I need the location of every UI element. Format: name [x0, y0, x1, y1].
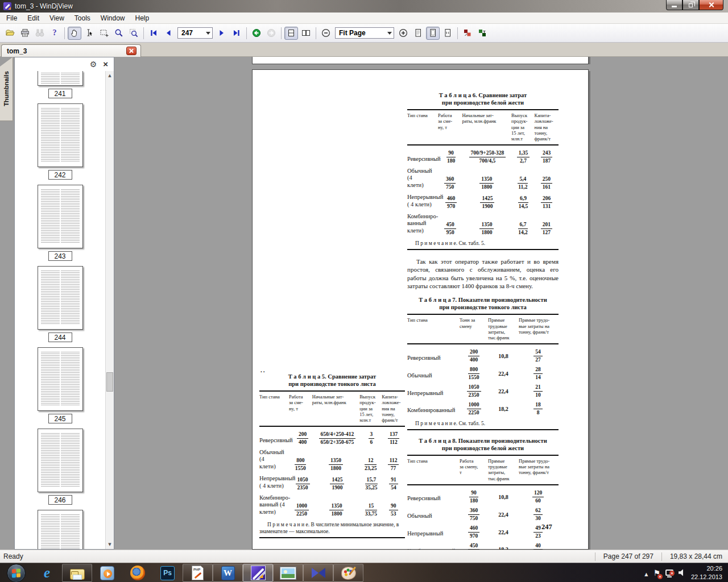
taskbar-media-player-classic-button[interactable] — [303, 564, 333, 582]
print-button[interactable] — [18, 27, 32, 40]
scroll-down-arrow[interactable] — [106, 540, 114, 549]
taskbar-php-editor-button[interactable] — [183, 564, 213, 582]
row-label: Непрерывный ( 4 клети) — [259, 475, 291, 492]
thumbnail-page-242[interactable] — [38, 103, 83, 167]
taskbar-windows-explorer-button[interactable] — [62, 564, 92, 582]
table-cell: 6230 — [519, 508, 557, 522]
next-page-button[interactable] — [215, 27, 229, 40]
table-cell: 22,4 — [488, 526, 519, 540]
fit-page-button[interactable] — [426, 27, 440, 40]
layout-facing-button[interactable] — [299, 27, 313, 40]
taskbar-windjview-button[interactable] — [243, 564, 273, 582]
zoom-out-button[interactable] — [319, 27, 333, 40]
menu-item-tools[interactable]: Tools — [69, 13, 96, 23]
thumbnails-side-tab[interactable]: Thumbnails — [0, 57, 13, 121]
table-row: Комбиниро- ванный (4 клети)1000225013501… — [259, 494, 405, 518]
scrollbar-thumb[interactable] — [106, 372, 113, 392]
table-header-cell: Прямые трудо- вые затраты на тонну, фран… — [519, 317, 557, 340]
close-button[interactable] — [699, 0, 723, 10]
taskbar-buttons — [0, 563, 363, 582]
actual-size-icon — [443, 28, 452, 38]
thumbnails-tab-label: Thumbnails — [3, 71, 10, 106]
back-button[interactable] — [250, 27, 263, 40]
first-page-button[interactable] — [147, 27, 160, 40]
row-label: Реверсивный — [407, 495, 460, 504]
table-cell: 90180 — [460, 490, 488, 505]
clock[interactable]: 20:26 22.12.2013 — [691, 564, 722, 581]
table-cell: 11277 — [382, 458, 405, 472]
network-error-icon[interactable] — [665, 569, 673, 576]
thumbnail-label-245[interactable]: 245 — [48, 414, 72, 423]
thumbnail-page-245[interactable] — [38, 347, 83, 411]
taskbar-image-viewer-button[interactable] — [273, 564, 303, 582]
find-button[interactable] — [33, 27, 47, 40]
table-row: Реверсивный9018010,812060 — [407, 490, 559, 505]
windjview-window: tom_3 - WinDjView FileEditViewToolsWindo… — [0, 0, 728, 582]
clock-time: 20:26 — [691, 564, 722, 572]
help-button[interactable]: ? — [48, 27, 61, 40]
document-tab[interactable]: tom_3 — [1, 44, 141, 57]
table-cell: 22,4 — [488, 368, 519, 381]
taskbar-internet-explorer-button[interactable] — [32, 564, 62, 582]
layout-single-button[interactable] — [284, 27, 298, 40]
magnifier-button[interactable] — [127, 27, 140, 40]
expand-icon[interactable] — [644, 568, 648, 578]
panel-settings-gear-icon[interactable] — [90, 59, 97, 69]
zoom-tool-button[interactable] — [112, 27, 126, 40]
toolbar-separator — [64, 27, 65, 39]
table-cell: 1,352,7 — [512, 150, 535, 165]
chevron-down-icon[interactable] — [385, 28, 394, 38]
restore-button[interactable] — [682, 0, 699, 10]
menu-item-view[interactable]: View — [44, 13, 69, 23]
page-number-combo[interactable]: 247 — [177, 27, 213, 39]
thumbnail-page-246[interactable] — [38, 429, 83, 492]
table-cell: 200400 — [460, 349, 488, 364]
document-tab-label: tom_3 — [7, 47, 27, 55]
help-icon: ? — [53, 28, 57, 38]
taskbar-photoshop-button[interactable] — [152, 564, 183, 582]
export-button[interactable] — [461, 27, 474, 40]
row-label: Обычный — [407, 513, 460, 522]
open-button[interactable] — [3, 27, 17, 40]
taskbar-media-player-button[interactable] — [92, 564, 122, 582]
menu-item-help[interactable]: Help — [130, 13, 155, 23]
taskbar-start-button[interactable] — [0, 564, 32, 582]
volume-icon[interactable] — [679, 569, 686, 576]
minimize-button[interactable] — [666, 0, 682, 10]
tab-close-button[interactable] — [126, 47, 136, 55]
actual-size-button[interactable] — [441, 27, 454, 40]
thumbnail-page-244[interactable] — [38, 266, 83, 330]
menu-item-file[interactable]: File — [1, 13, 22, 23]
panel-close-icon[interactable] — [103, 59, 108, 69]
thumbnail-label-244[interactable]: 244 — [48, 332, 72, 342]
chevron-down-icon[interactable] — [204, 28, 212, 38]
menu-item-window[interactable]: Window — [96, 13, 130, 23]
thumbnail-page-241[interactable] — [38, 71, 83, 86]
magnifier-icon — [129, 28, 138, 38]
thumbnail-page-247[interactable] — [38, 510, 83, 549]
settings-button[interactable] — [475, 27, 489, 40]
prev-page-button[interactable] — [162, 27, 175, 40]
forward-button[interactable] — [264, 27, 278, 40]
zoom-mode-combo[interactable]: Fit Page — [335, 27, 394, 39]
taskbar-paint-button[interactable] — [333, 564, 363, 582]
thumbnail-page-243[interactable] — [38, 185, 83, 248]
thumbnail-label-241[interactable]: 241 — [48, 89, 72, 98]
taskbar-firefox-button[interactable] — [122, 564, 152, 582]
prev-page-icon — [164, 28, 173, 38]
thumbnail-label-242[interactable]: 242 — [48, 170, 72, 180]
thumbnail-label-246[interactable]: 246 — [48, 495, 72, 505]
pan-button[interactable] — [68, 27, 81, 40]
taskbar-word-button[interactable] — [213, 564, 243, 582]
scroll-up-arrow[interactable] — [106, 71, 114, 80]
thumbnails-scrollbar[interactable] — [105, 71, 114, 549]
find-icon — [35, 28, 44, 38]
thumbnail-label-243[interactable]: 243 — [48, 251, 72, 261]
last-page-button[interactable] — [230, 27, 243, 40]
text-select-button[interactable] — [82, 27, 96, 40]
action-center-icon[interactable] — [653, 568, 660, 578]
menu-item-edit[interactable]: Edit — [22, 13, 44, 23]
fit-width-button[interactable] — [411, 27, 425, 40]
rect-select-button[interactable] — [97, 27, 111, 40]
zoom-in-button[interactable] — [396, 27, 410, 40]
